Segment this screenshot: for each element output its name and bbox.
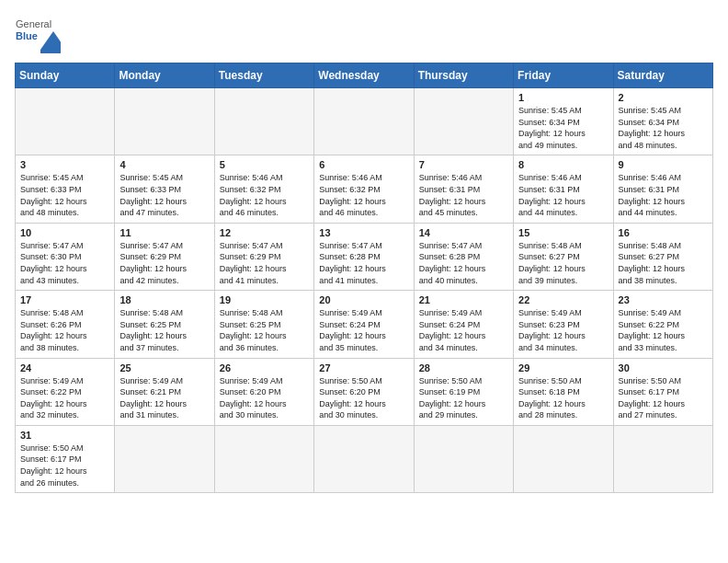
day-cell [115,425,214,492]
day-info: Sunrise: 5:48 AM Sunset: 6:27 PM Dayligh… [619,240,708,286]
day-number: 23 [619,294,708,305]
day-number: 17 [20,294,109,305]
day-number: 1 [518,92,608,103]
week-row-3: 17Sunrise: 5:48 AM Sunset: 6:26 PM Dayli… [16,291,713,358]
day-number: 29 [518,362,608,373]
day-info: Sunrise: 5:47 AM Sunset: 6:29 PM Dayligh… [119,240,209,286]
day-number: 10 [20,227,109,238]
day-number: 13 [319,227,408,238]
day-cell: 9Sunrise: 5:46 AM Sunset: 6:31 PM Daylig… [613,155,712,223]
day-number: 2 [619,92,708,103]
day-info: Sunrise: 5:48 AM Sunset: 6:27 PM Dayligh… [518,240,608,286]
day-header-monday: Monday [115,63,214,88]
day-info: Sunrise: 5:48 AM Sunset: 6:25 PM Dayligh… [119,307,209,353]
day-cell: 29Sunrise: 5:50 AM Sunset: 6:18 PM Dayli… [514,358,613,425]
day-info: Sunrise: 5:49 AM Sunset: 6:24 PM Dayligh… [319,307,408,353]
day-cell: 4Sunrise: 5:45 AM Sunset: 6:33 PM Daylig… [115,155,214,223]
day-info: Sunrise: 5:46 AM Sunset: 6:31 PM Dayligh… [518,172,608,218]
day-info: Sunrise: 5:46 AM Sunset: 6:32 PM Dayligh… [220,172,309,218]
day-cell: 10Sunrise: 5:47 AM Sunset: 6:30 PM Dayli… [16,223,115,290]
day-number: 11 [119,227,209,238]
day-info: Sunrise: 5:47 AM Sunset: 6:30 PM Dayligh… [20,240,109,286]
week-row-4: 24Sunrise: 5:49 AM Sunset: 6:22 PM Dayli… [16,358,713,425]
day-number: 4 [119,159,209,170]
day-header-wednesday: Wednesday [314,63,414,88]
svg-rect-3 [40,50,61,53]
day-number: 16 [619,227,708,238]
day-cell [414,88,513,155]
day-number: 30 [619,362,708,373]
day-info: Sunrise: 5:49 AM Sunset: 6:23 PM Dayligh… [518,307,608,353]
day-info: Sunrise: 5:48 AM Sunset: 6:25 PM Dayligh… [220,307,309,353]
day-cell: 23Sunrise: 5:49 AM Sunset: 6:22 PM Dayli… [613,291,712,358]
day-cell: 26Sunrise: 5:49 AM Sunset: 6:20 PM Dayli… [214,358,313,425]
day-cell [613,425,712,492]
day-number: 19 [220,294,309,305]
day-header-saturday: Saturday [613,63,712,88]
day-cell: 1Sunrise: 5:45 AM Sunset: 6:34 PM Daylig… [514,88,613,155]
day-cell: 3Sunrise: 5:45 AM Sunset: 6:33 PM Daylig… [16,155,115,223]
day-cell: 15Sunrise: 5:48 AM Sunset: 6:27 PM Dayli… [514,223,613,290]
day-cell: 2Sunrise: 5:45 AM Sunset: 6:34 PM Daylig… [613,88,712,155]
day-info: Sunrise: 5:45 AM Sunset: 6:34 PM Dayligh… [518,105,608,151]
day-cell [214,88,313,155]
day-number: 9 [619,159,708,170]
day-number: 27 [319,362,408,373]
day-number: 22 [518,294,608,305]
day-number: 20 [319,294,408,305]
day-cell: 5Sunrise: 5:46 AM Sunset: 6:32 PM Daylig… [214,155,313,223]
day-number: 25 [119,362,209,373]
day-number: 15 [518,227,608,238]
day-cell [16,88,115,155]
days-header-row: SundayMondayTuesdayWednesdayThursdayFrid… [16,63,713,88]
svg-text:General: General [16,18,51,29]
day-number: 26 [220,362,309,373]
day-info: Sunrise: 5:45 AM Sunset: 6:33 PM Dayligh… [119,172,209,218]
logo-svg: General Blue [15,15,61,53]
day-cell [314,88,414,155]
week-row-2: 10Sunrise: 5:47 AM Sunset: 6:30 PM Dayli… [16,223,713,290]
day-cell: 6Sunrise: 5:46 AM Sunset: 6:32 PM Daylig… [314,155,414,223]
day-info: Sunrise: 5:46 AM Sunset: 6:32 PM Dayligh… [319,172,408,218]
day-info: Sunrise: 5:46 AM Sunset: 6:31 PM Dayligh… [619,172,708,218]
day-cell: 21Sunrise: 5:49 AM Sunset: 6:24 PM Dayli… [414,291,513,358]
day-header-thursday: Thursday [414,63,513,88]
day-number: 21 [419,294,508,305]
day-cell: 7Sunrise: 5:46 AM Sunset: 6:31 PM Daylig… [414,155,513,223]
day-info: Sunrise: 5:49 AM Sunset: 6:24 PM Dayligh… [419,307,508,353]
day-cell: 16Sunrise: 5:48 AM Sunset: 6:27 PM Dayli… [613,223,712,290]
day-cell: 22Sunrise: 5:49 AM Sunset: 6:23 PM Dayli… [514,291,613,358]
day-header-friday: Friday [514,63,613,88]
day-number: 8 [518,159,608,170]
day-cell [115,88,214,155]
day-number: 31 [20,430,109,441]
day-info: Sunrise: 5:48 AM Sunset: 6:26 PM Dayligh… [20,307,109,353]
day-info: Sunrise: 5:47 AM Sunset: 6:28 PM Dayligh… [319,240,408,286]
day-cell: 25Sunrise: 5:49 AM Sunset: 6:21 PM Dayli… [115,358,214,425]
day-cell: 8Sunrise: 5:46 AM Sunset: 6:31 PM Daylig… [514,155,613,223]
day-cell [314,425,414,492]
week-row-0: 1Sunrise: 5:45 AM Sunset: 6:34 PM Daylig… [16,88,713,155]
day-info: Sunrise: 5:46 AM Sunset: 6:31 PM Dayligh… [419,172,508,218]
day-header-tuesday: Tuesday [214,63,313,88]
day-header-sunday: Sunday [16,63,115,88]
day-number: 14 [419,227,508,238]
day-info: Sunrise: 5:50 AM Sunset: 6:17 PM Dayligh… [619,375,708,421]
day-cell: 31Sunrise: 5:50 AM Sunset: 6:17 PM Dayli… [16,425,115,492]
day-info: Sunrise: 5:50 AM Sunset: 6:19 PM Dayligh… [419,375,508,421]
day-cell: 13Sunrise: 5:47 AM Sunset: 6:28 PM Dayli… [314,223,414,290]
day-info: Sunrise: 5:47 AM Sunset: 6:28 PM Dayligh… [419,240,508,286]
day-info: Sunrise: 5:50 AM Sunset: 6:18 PM Dayligh… [518,375,608,421]
day-info: Sunrise: 5:50 AM Sunset: 6:20 PM Dayligh… [319,375,408,421]
svg-text:Blue: Blue [16,30,38,41]
day-info: Sunrise: 5:49 AM Sunset: 6:22 PM Dayligh… [619,307,708,353]
logo: General Blue [15,15,61,53]
day-cell: 28Sunrise: 5:50 AM Sunset: 6:19 PM Dayli… [414,358,513,425]
day-cell: 12Sunrise: 5:47 AM Sunset: 6:29 PM Dayli… [214,223,313,290]
day-cell [414,425,513,492]
day-cell: 18Sunrise: 5:48 AM Sunset: 6:25 PM Dayli… [115,291,214,358]
day-info: Sunrise: 5:49 AM Sunset: 6:20 PM Dayligh… [220,375,309,421]
calendar: SundayMondayTuesdayWednesdayThursdayFrid… [15,63,713,493]
day-number: 28 [419,362,508,373]
week-row-5: 31Sunrise: 5:50 AM Sunset: 6:17 PM Dayli… [16,425,713,492]
